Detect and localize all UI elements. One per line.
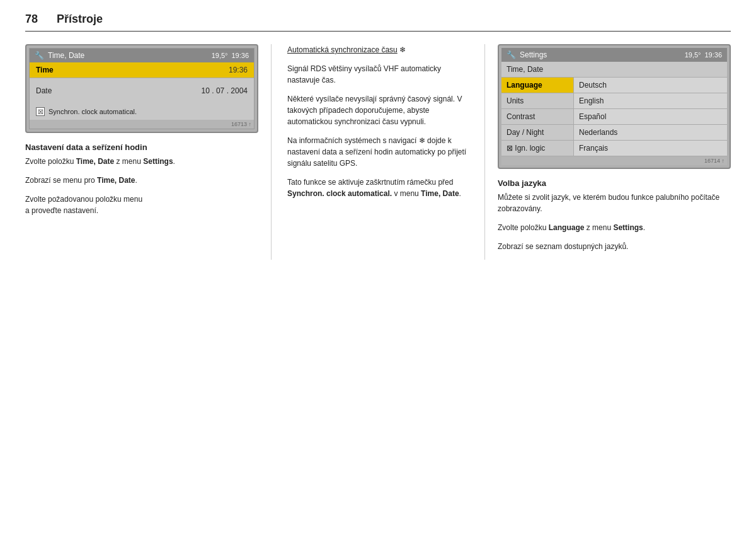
menu-language-label: Language [507, 81, 542, 90]
settings-menu-area: Language Units Contrast [501, 78, 727, 156]
right-caption: Volba jazyka Můžete si zvolit jazyk, ve … [498, 178, 731, 252]
menu-time-date-label: Time, Date [507, 65, 543, 74]
checkbox-row: ☒ Synchron. clock automatical. [30, 103, 254, 120]
settings-menu-right: Deutsch English Español Nederlands [574, 78, 727, 156]
content-area: 🔧 Time, Date 19,5° 19:36 Time 19:36 [25, 44, 731, 260]
left-caption: Nastavení data a seřízení hodin Zvolte p… [25, 142, 258, 216]
right-screen-title: Settings [520, 50, 681, 59]
menu-contrast[interactable]: Contrast [501, 109, 573, 125]
menu-day-night[interactable]: Day / Night [501, 125, 573, 141]
page-title: Přístroje [57, 13, 103, 26]
left-caption-p3: Zvolte požadovanou položku menua proveďt… [25, 194, 258, 216]
left-screen-inner: 🔧 Time, Date 19,5° 19:36 Time 19:36 [29, 48, 255, 129]
left-caption-p2: Zobrazí se menu pro Time, Date. [25, 175, 258, 186]
time-label: Time [36, 66, 229, 74]
submenu-english-label: English [579, 96, 604, 105]
right-caption-p2: Zvolte položku Language z menu Settings. [498, 222, 731, 233]
date-label: Date [36, 86, 202, 95]
left-image-id: 16713 ↑ [30, 120, 254, 129]
left-screen-temp: 19,5° [212, 52, 228, 59]
left-caption-p1: Zvolte položku Time, Date z menu Setting… [25, 156, 258, 167]
middle-p4: Tato funkce se aktivuje zaškrtnutím ráme… [287, 177, 469, 199]
left-column: 🔧 Time, Date 19,5° 19:36 Time 19:36 [25, 44, 271, 260]
page-container: 78 Přístroje 🔧 Time, Date 19,5° 19:36 [0, 0, 756, 272]
middle-heading: Automatická synchronizace času ❄ [287, 44, 469, 55]
right-image-id: 16714 ↑ [501, 156, 727, 165]
right-screen-inner: 🔧 Settings 19,5° 19:36 Time, Date [501, 48, 727, 165]
right-caption-p3: Zobrazí se seznam dostupných jazyků. [498, 241, 731, 252]
menu-day-night-label: Day / Night [507, 128, 544, 137]
left-caption-heading: Nastavení data a seřízení hodin [25, 142, 258, 152]
submenu-francais-label: Français [579, 144, 608, 153]
time-value: 19:36 [229, 66, 248, 74]
right-screen-icon: 🔧 [507, 50, 516, 59]
menu-units-label: Units [507, 96, 524, 105]
page-header: 78 Přístroje [25, 13, 731, 32]
submenu-espanol-label: Español [579, 112, 606, 121]
menu-contrast-label: Contrast [507, 112, 535, 121]
submenu-deutsch[interactable]: Deutsch [574, 78, 727, 93]
checkbox-symbol: ☒ [36, 107, 45, 116]
submenu-francais[interactable]: Français [574, 141, 727, 156]
middle-column: Automatická synchronizace času ❄ Signál … [271, 44, 485, 260]
menu-units[interactable]: Units [501, 93, 573, 109]
middle-title-underline: Automatická synchronizace času [287, 45, 398, 54]
middle-p2: Některé vysílače nevysílají správný časo… [287, 93, 469, 127]
middle-p1: Signál RDS většiny vysílačů VHF automati… [287, 63, 469, 86]
menu-language[interactable]: Language [501, 78, 573, 93]
left-device-screen: 🔧 Time, Date 19,5° 19:36 Time 19:36 [25, 44, 258, 133]
right-screen-temp: 19,5° [685, 51, 701, 59]
submenu-english[interactable]: English [574, 93, 727, 109]
right-column: 🔧 Settings 19,5° 19:36 Time, Date [485, 44, 731, 260]
menu-ign-logic-label: ⊠ Ign. logic [507, 144, 545, 153]
settings-menu-left: Language Units Contrast [501, 78, 574, 156]
left-screen-time: 19:36 [231, 52, 249, 59]
date-row: Date 10 . 07 . 2004 [30, 83, 254, 98]
right-device-screen: 🔧 Settings 19,5° 19:36 Time, Date [498, 44, 731, 169]
date-value: 10 . 07 . 2004 [202, 86, 248, 95]
submenu-nederlands[interactable]: Nederlands [574, 125, 727, 141]
menu-ign-logic[interactable]: ⊠ Ign. logic [501, 141, 573, 156]
middle-p3: Na informačních systémech s navigací ❄ d… [287, 135, 469, 169]
submenu-nederlands-label: Nederlands [579, 128, 617, 137]
right-screen-time: 19:36 [704, 51, 722, 59]
left-screen-title: Time, Date [48, 51, 208, 60]
left-screen-icon: 🔧 [35, 51, 44, 60]
menu-time-date[interactable]: Time, Date [501, 62, 727, 78]
right-caption-p1: Můžete si zvolit jazyk, ve kterém budou … [498, 192, 731, 214]
left-screen-header: 🔧 Time, Date 19,5° 19:36 [30, 49, 254, 62]
time-row: Time 19:36 [30, 62, 254, 78]
page-number: 78 [25, 13, 38, 26]
submenu-espanol[interactable]: Español [574, 109, 727, 125]
right-screen-header: 🔧 Settings 19,5° 19:36 [501, 48, 727, 62]
submenu-deutsch-label: Deutsch [579, 81, 607, 90]
checkbox-label: Synchron. clock automatical. [49, 108, 137, 115]
right-caption-heading: Volba jazyka [498, 178, 731, 188]
